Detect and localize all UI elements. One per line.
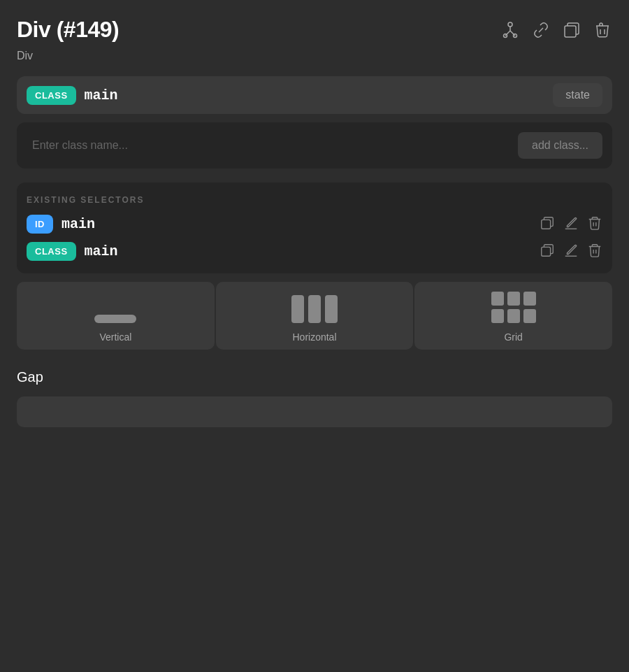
panel: Div (#149)	[0, 0, 629, 441]
selector-left-class: CLASS main	[27, 242, 118, 261]
add-class-button[interactable]: add class...	[518, 132, 602, 159]
selector-edit-icon-class[interactable]	[563, 243, 579, 261]
selector-delete-icon-class[interactable]	[587, 243, 602, 261]
g-block-4	[491, 309, 504, 323]
class-row-left: CLASS main	[27, 86, 118, 105]
selector-row-class: CLASS main	[27, 242, 602, 261]
selector-row-id: ID main	[27, 215, 602, 234]
duplicate-icon[interactable]	[562, 20, 581, 40]
svg-line-2	[505, 31, 510, 36]
link-icon[interactable]	[531, 20, 551, 40]
gap-title: Gap	[17, 369, 612, 385]
h-block-1	[291, 295, 304, 323]
state-button[interactable]: state	[553, 83, 602, 107]
g-block-6	[523, 309, 536, 323]
h-block-2	[308, 295, 321, 323]
gap-section: Gap	[17, 369, 612, 441]
g-block-3	[523, 292, 536, 306]
svg-point-0	[508, 22, 512, 27]
header: Div (#149)	[17, 17, 612, 43]
class-badge-selector[interactable]: CLASS	[27, 242, 76, 261]
g-block-2	[507, 292, 520, 306]
id-value: main	[62, 216, 95, 232]
grid-label: Grid	[504, 331, 522, 343]
hierarchy-icon[interactable]	[500, 20, 520, 40]
selectors-area: EXISTING SELECTORS ID main	[17, 183, 612, 273]
class-value-selector: main	[85, 243, 118, 259]
id-badge[interactable]: ID	[27, 215, 53, 234]
layout-option-grid[interactable]: Grid	[414, 282, 612, 350]
class-row: CLASS main state	[17, 76, 612, 114]
selector-copy-icon-id[interactable]	[540, 215, 555, 234]
vertical-layout-icon	[94, 315, 136, 323]
existing-selectors-label: EXISTING SELECTORS	[27, 195, 602, 205]
class-value: main	[85, 87, 118, 103]
g-block-1	[491, 292, 504, 306]
selector-edit-icon-id[interactable]	[563, 215, 579, 234]
vertical-label: Vertical	[99, 331, 131, 343]
element-type-label: Div	[17, 50, 612, 62]
delete-icon[interactable]	[593, 20, 612, 40]
svg-rect-10	[542, 247, 551, 256]
selector-actions-id	[540, 215, 602, 234]
h-block-3	[325, 295, 338, 323]
selector-actions-class	[540, 243, 602, 261]
selector-delete-icon-id[interactable]	[587, 215, 602, 234]
gap-input[interactable]	[17, 396, 612, 427]
selector-left-id: ID main	[27, 215, 95, 234]
layout-option-horizontal[interactable]: Horizontal	[216, 282, 414, 350]
horizontal-label: Horizontal	[292, 331, 336, 343]
layout-option-vertical[interactable]: Vertical	[17, 282, 215, 350]
selector-copy-icon-class[interactable]	[540, 243, 555, 261]
input-row: add class...	[17, 122, 612, 169]
horizontal-layout-icon	[291, 295, 338, 323]
grid-layout-icon	[491, 292, 536, 323]
header-icons	[500, 20, 612, 40]
svg-line-3	[510, 31, 515, 36]
class-badge[interactable]: CLASS	[27, 86, 76, 105]
g-block-5	[507, 309, 520, 323]
svg-rect-7	[542, 220, 551, 229]
class-name-input[interactable]	[27, 132, 511, 159]
page-title: Div (#149)	[17, 17, 119, 43]
svg-rect-6	[565, 26, 576, 37]
layout-options: Vertical Horizontal Grid	[17, 282, 612, 350]
